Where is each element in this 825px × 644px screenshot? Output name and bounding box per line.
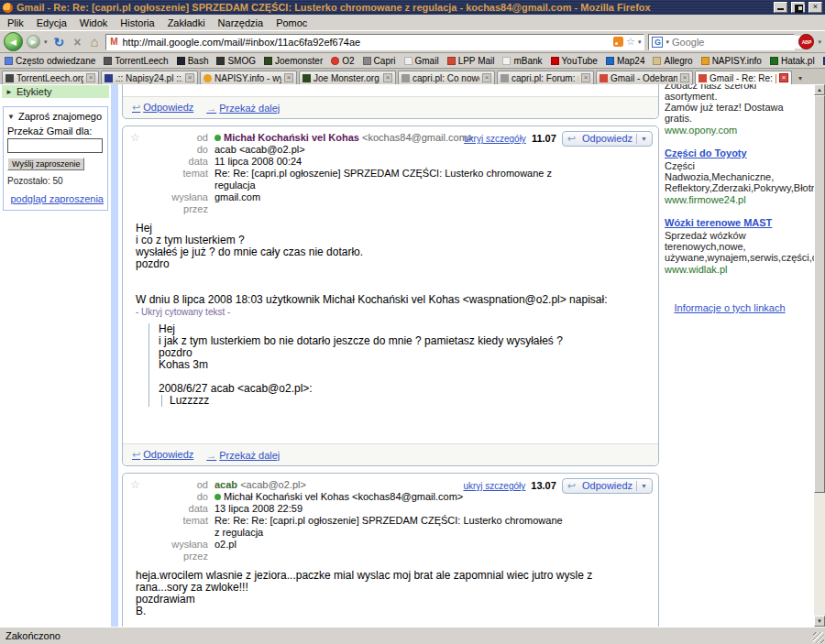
- ads-info-link[interactable]: Informacje o tych linkach: [665, 302, 795, 313]
- bookmark-bash[interactable]: Bash: [177, 56, 209, 66]
- tab-close-icon[interactable]: ×: [482, 73, 491, 82]
- bookmark-napisy-info[interactable]: NAPISY.info: [701, 56, 762, 66]
- tab-close-icon[interactable]: ×: [680, 73, 689, 82]
- scrollbar-thumb[interactable]: [814, 95, 825, 493]
- hide-details-link[interactable]: ukryj szczegóły: [463, 480, 525, 492]
- bookmark-allegro[interactable]: Allegro: [653, 56, 692, 66]
- vertical-scrollbar[interactable]: ▲ ▼: [814, 84, 825, 627]
- menu-item-zakladki[interactable]: Zakładki: [168, 17, 205, 28]
- rss-icon[interactable]: [613, 37, 623, 47]
- home-button[interactable]: ⌂: [87, 36, 101, 49]
- button-divider: [636, 481, 637, 491]
- lpp-mail-icon: [447, 57, 456, 65]
- header-controls: ukryj szczegóły 11.07 ↩ Odpowiedz ▼: [464, 131, 653, 147]
- refresh-button[interactable]: ↻: [51, 36, 68, 49]
- subject-value: Re: Re: [capri.pl ogłoszenie] SPRZEDAM C…: [214, 168, 563, 191]
- tab-napisy24[interactable]: .:: Napisy24.pl ::. - ...×: [101, 71, 198, 84]
- forward-link[interactable]: →Przekaż dalej: [206, 450, 280, 461]
- bookmark-czesto-odwiedzane[interactable]: Często odwiedzane: [5, 56, 95, 66]
- gmail-icon: [404, 57, 412, 65]
- tab-close-icon[interactable]: ×: [86, 73, 95, 82]
- bookmark-joemonster[interactable]: Joemonster: [264, 56, 323, 66]
- tab-joemonster[interactable]: Joe Monster.org - P...×: [299, 71, 396, 84]
- scroll-down-icon[interactable]: ▼: [814, 616, 825, 627]
- forward-button[interactable]: ▶: [27, 35, 40, 49]
- star-icon[interactable]: ☆: [130, 479, 140, 491]
- tab-close-icon[interactable]: ×: [383, 73, 392, 82]
- scroll-up-icon[interactable]: ▲: [814, 84, 825, 95]
- menu-item-plik[interactable]: Plik: [7, 17, 24, 28]
- menu-item-narzedzia[interactable]: Narzędzia: [218, 17, 264, 28]
- abp-dropdown-icon[interactable]: ▾: [818, 38, 821, 46]
- hide-quoted-text-link[interactable]: - Ukryj cytowany tekst -: [136, 306, 230, 318]
- quoted-text: Hej i jak z tym lusterkiem bo nie dotarł…: [148, 323, 645, 407]
- reply-link[interactable]: ↩Odpowiedz: [132, 449, 193, 461]
- bookmark-mbank[interactable]: mBank: [502, 56, 542, 66]
- tab-close-icon[interactable]: ×: [779, 73, 788, 82]
- bookmark-youtube[interactable]: YouTube: [551, 56, 598, 66]
- forward-link[interactable]: →Przekaż dalej: [206, 103, 280, 114]
- bookmark-star-icon[interactable]: ☆: [626, 36, 635, 48]
- tab-torrentleech[interactable]: TorrentLeech.org×: [2, 71, 99, 84]
- bookmark-smog[interactable]: SMOG: [216, 56, 256, 66]
- bookmark-hatak[interactable]: Hatak.pl: [770, 56, 815, 66]
- url-dropdown-icon[interactable]: ▾: [638, 38, 642, 46]
- resize-grip[interactable]: [813, 632, 824, 643]
- reply-button[interactable]: ↩ Odpowiedz ▼: [562, 131, 653, 147]
- invite-label: Przekaż Gmail dla:: [7, 126, 104, 136]
- tab-capri-forum[interactable]: capri.pl: Forum: no...×: [497, 71, 594, 84]
- history-dropdown[interactable]: ▾: [44, 38, 48, 46]
- search-bar[interactable]: G ▾: [648, 34, 795, 50]
- tab-close-icon[interactable]: ×: [185, 73, 194, 82]
- bookmark-lpp-mail[interactable]: LPP Mail: [447, 56, 495, 66]
- invite-section-header[interactable]: ▼ Zaproś znajomego: [7, 111, 104, 122]
- youtube-icon: [551, 57, 559, 65]
- menu-item-historia[interactable]: Historia: [120, 17, 154, 28]
- header-controls: ukryj szczegóły 13.07 ↩ Odpowiedz ▼: [463, 478, 653, 494]
- ad-url: www.firmowe24.pl: [665, 194, 795, 205]
- invite-email-input[interactable]: [7, 138, 103, 153]
- bookmark-o2[interactable]: O2: [331, 56, 354, 66]
- minimize-button[interactable]: [774, 2, 787, 13]
- tab-napisy-info[interactable]: NAPISY.info - wyszu...×: [200, 71, 297, 84]
- capri-favicon-icon: [402, 74, 410, 82]
- send-invite-button[interactable]: Wyślij zaproszenie: [7, 158, 84, 170]
- message-header: ☆ od acab <acab@o2.pl> do Michał Kochańs…: [123, 474, 658, 564]
- url-input[interactable]: [123, 36, 611, 49]
- bookmark-gmail[interactable]: Gmail: [404, 56, 439, 66]
- back-button[interactable]: ◀: [4, 32, 23, 51]
- list-all-tabs-icon[interactable]: ▾: [794, 71, 807, 84]
- reply-options-icon[interactable]: ▼: [641, 133, 647, 145]
- tab-capri-co-nowego[interactable]: capri.pl: Co nowego...×: [398, 71, 495, 84]
- bookmark-map24[interactable]: Map24: [606, 56, 645, 66]
- restore-button[interactable]: [791, 2, 805, 13]
- reply-options-icon[interactable]: ▼: [641, 480, 647, 492]
- forward-icon: ▶: [31, 38, 36, 46]
- stop-button[interactable]: ×: [71, 36, 83, 49]
- reply-link[interactable]: ↩Odpowiedz: [132, 102, 193, 114]
- close-button[interactable]: ×: [808, 2, 822, 13]
- invite-preview-link[interactable]: podgląd zaproszenia: [7, 193, 104, 204]
- torrentleech-icon: [104, 57, 112, 65]
- hide-details-link[interactable]: ukryj szczegóły: [464, 133, 526, 145]
- tab-close-icon[interactable]: ×: [581, 73, 590, 82]
- from-value: acab <acab@o2.pl>: [214, 479, 306, 491]
- ad-title-link[interactable]: Części do Toyoty: [665, 147, 747, 158]
- star-icon[interactable]: ☆: [130, 132, 140, 144]
- menu-item-edycja[interactable]: Edycja: [37, 17, 67, 28]
- reply-button[interactable]: ↩ Odpowiedz ▼: [562, 478, 653, 494]
- bookmark-capri[interactable]: Capri: [363, 56, 396, 66]
- menu-item-widok[interactable]: Widok: [80, 17, 108, 28]
- tab-gmail-active[interactable]: Gmail - Re: Re: [...×: [695, 71, 792, 84]
- capri-favicon-icon: [500, 74, 509, 82]
- adblock-plus-icon[interactable]: ABP: [798, 34, 814, 49]
- address-bar[interactable]: M ☆ ▾: [105, 34, 645, 50]
- ad-title-link[interactable]: Wózki terenowe MAST: [665, 217, 772, 228]
- tab-gmail-odebrane[interactable]: Gmail - Odebrane - ...×: [596, 71, 693, 84]
- search-engine-dropdown[interactable]: ▾: [666, 38, 669, 46]
- labels-section-header[interactable]: ► Etykiety: [2, 85, 109, 98]
- bookmark-torrentleech[interactable]: TorrentLeech: [104, 56, 168, 66]
- search-input[interactable]: [672, 36, 802, 49]
- menu-item-pomoc[interactable]: Pomoc: [276, 17, 307, 28]
- tab-close-icon[interactable]: ×: [284, 73, 293, 82]
